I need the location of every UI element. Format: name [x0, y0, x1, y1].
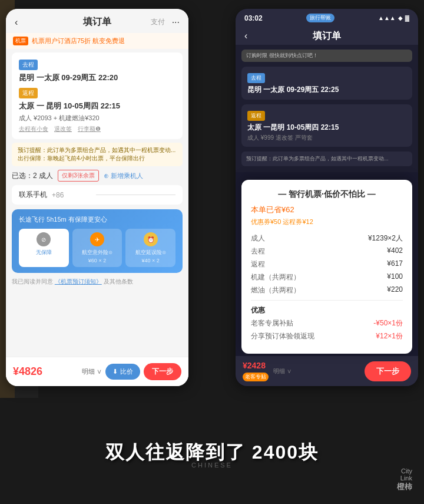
page-title: 填订单: [83, 16, 111, 28]
signal-icon: ▲▲▲: [378, 15, 396, 21]
battery-icon: ▓: [405, 15, 409, 21]
flight-options: 去程有小食 退改签 行李额❶: [19, 125, 175, 133]
citylink-brand: CityLink: [397, 467, 412, 482]
promo-label-laobu: 老客专属补贴: [251, 318, 293, 328]
travel-badge: 旅行帮账: [306, 14, 334, 22]
header-subtitle: 支付: [151, 17, 165, 27]
accident-icon: ✈: [90, 232, 104, 246]
left-header: ‹ 填订单 支付 ···: [6, 9, 188, 33]
right-return-tag: 返程: [247, 111, 265, 121]
right-outbound-tag: 去程: [247, 73, 265, 83]
promo-banner: 机票 机票用户订酒店75折 航变免费退: [6, 33, 188, 49]
right-promo-banner: 订购时限 很快就到/快点订吧！: [241, 50, 412, 62]
compare-button[interactable]: ⬇ 比价: [105, 364, 140, 380]
agree-section: 我已阅读并同意 《机票预订须知》 及其他条数: [12, 278, 183, 286]
promo-label-share: 分享预订体验领返现: [251, 331, 314, 341]
outbound-route: 昆明 一太原 09-29周五 22:20: [19, 73, 175, 83]
accident-label: 航空意外险⊙: [77, 249, 118, 256]
contact-label: 联系手机: [19, 190, 47, 200]
insurance-section: 长途飞行 5h15m 有保障更安心 ⊘ 无保障 ✈ 航空意外险⊙ ¥60 × 2…: [12, 209, 183, 273]
price-divider: [251, 300, 403, 301]
option-meal[interactable]: 去程有小食: [19, 125, 48, 133]
return-route: 太原 一 昆明 10-05周四 22:15: [19, 101, 175, 111]
status-time: 03:02: [244, 14, 263, 22]
option-baggage[interactable]: 行李额❶: [78, 125, 101, 133]
insurance-delay[interactable]: ⏰ 航空延误险⊙ ¥40 × 2: [125, 229, 175, 267]
left-phone-panel: ‹ 填订单 支付 ··· 机票 机票用户订酒店75折 航变免费退 去程 昆明 一…: [6, 9, 188, 386]
right-nav: ‹ 填订单: [236, 27, 418, 45]
compare-label: 比价: [120, 367, 133, 376]
price-popup: — 智行机票·低价不怕比 — 本单已省¥62 优惠券¥50 运程券¥12 成人 …: [241, 180, 412, 354]
add-passenger-button[interactable]: ⊕ 新增乘机人: [104, 172, 143, 180]
phone-prefix[interactable]: +86: [52, 191, 91, 199]
flight-price: 成人 ¥2093 + 机建燃油¥320: [19, 114, 175, 123]
price-value-adult: ¥1239×2人: [368, 233, 403, 243]
phone-input[interactable]: [96, 195, 175, 195]
right-return-card: 返程 太原 一昆明 10-05周四 22:15 成人 ¥999 退改签 严苛套: [241, 104, 412, 147]
no-insurance-label: 无保障: [24, 249, 64, 256]
warning-line2: 出行保障：靠晚起飞前4小时出票，平台保障出行: [18, 154, 177, 163]
warning-line1: 预订提醒：此订单为多票组合产品，如遇其中一程机票变动...: [18, 146, 177, 154]
selected-section: 已选：2 成人 仅剩3张余票 ⊕ 新增乘机人: [12, 170, 183, 182]
status-bar: 03:02 旅行帮账 ▲▲▲ ◆ ▓: [236, 9, 418, 27]
price-row-jijian: 机建（共两程） ¥100: [251, 272, 403, 282]
compare-icon: ⬇: [112, 368, 118, 375]
right-footer: ¥2428 老客专贴 明细 ∨ 下一步: [236, 356, 418, 386]
insurance-options: ⊘ 无保障 ✈ 航空意外险⊙ ¥60 × 2 ⏰ 航空延误险⊙ ¥40 × 2: [19, 229, 175, 267]
option-change[interactable]: 退改签: [54, 125, 72, 133]
right-sub-info: 成人 ¥999 退改签 严苛套: [247, 134, 406, 142]
price-value-jijian: ¥100: [387, 272, 403, 282]
return-tag-wrapper: 返程 太原 一 昆明 10-05周四 22:15: [19, 87, 175, 111]
outbound-tag: 去程: [19, 60, 38, 70]
price-row-adult: 成人 ¥1239×2人: [251, 233, 403, 243]
agree-text2: 及其他条数: [104, 278, 133, 285]
price-label-out: 去程: [251, 246, 265, 256]
return-tag: 返程: [19, 88, 38, 98]
footer-mid-label: 明细 ∨: [82, 367, 102, 376]
delay-icon: ⏰: [144, 232, 158, 246]
promo-value-laobu: -¥50×1份: [373, 318, 403, 328]
detail-dropdown[interactable]: 明细 ∨: [273, 367, 360, 375]
status-icons: ▲▲▲ ◆ ▓: [378, 15, 409, 21]
insurance-none[interactable]: ⊘ 无保障: [19, 229, 69, 267]
right-warning: 预订提醒：此订单为多票组合产品，如遇其中一程机票变动...: [241, 151, 412, 166]
price-row-ret: 返程 ¥617: [251, 259, 403, 269]
flight-section: 去程 昆明 一太原 09-29周五 22:20 返程 太原 一 昆明 10-05…: [12, 52, 183, 139]
delay-price: ¥40 × 2: [130, 258, 171, 263]
selected-label: 已选：2 成人: [12, 171, 53, 181]
more-icon[interactable]: ···: [172, 17, 180, 28]
promo-badge: 机票: [13, 37, 28, 45]
right-phone-panel: 03:02 旅行帮账 ▲▲▲ ◆ ▓ ‹ 填订单 订购时限 很快就到/快点订吧！…: [236, 9, 418, 386]
promo-text: 机票用户订酒店75折 航变免费退: [32, 37, 125, 45]
right-next-button[interactable]: 下一步: [365, 361, 411, 381]
agree-link[interactable]: 《机票预订须知》: [55, 278, 102, 285]
price-label-fuel: 燃油（共两程）: [251, 285, 300, 295]
accident-price: ¥60 × 2: [77, 258, 118, 263]
seat-badge[interactable]: 仅剩3张余票: [58, 170, 99, 182]
price-value-out: ¥402: [387, 246, 403, 256]
wifi-icon: ◆: [398, 15, 403, 21]
right-outbound-route: 昆明 一太原 09-29周五 22:25: [247, 85, 406, 95]
price-value-fuel: ¥220: [387, 285, 403, 295]
savings-label: 本单已省¥62: [251, 205, 403, 215]
bottom-caption-area: 双人往返降到了 2400块: [0, 401, 424, 504]
price-label-adult: 成人: [251, 233, 265, 243]
next-button[interactable]: 下一步: [144, 363, 181, 380]
right-total-wrapper: ¥2428 老客专贴: [243, 361, 269, 381]
savings-detail: 优惠券¥50 运程券¥12: [251, 218, 403, 226]
right-back-icon[interactable]: ‹: [244, 31, 247, 41]
chinese-brand: 橙柿: [397, 482, 412, 492]
total-price: ¥4826: [13, 365, 42, 378]
back-icon[interactable]: ‹: [15, 17, 18, 28]
insurance-accident[interactable]: ✈ 航空意外险⊙ ¥60 × 2: [72, 229, 122, 267]
outbound-tag-wrapper: 去程 昆明 一太原 09-29周五 22:20: [19, 58, 175, 83]
delay-label: 航空延误险⊙: [130, 249, 171, 256]
price-label-ret: 返程: [251, 259, 265, 269]
right-outbound-card: 去程 昆明 一太原 09-29周五 22:25: [241, 67, 412, 100]
popup-title: — 智行机票·低价不怕比 —: [251, 189, 403, 200]
right-return-route: 太原 一昆明 10-05周四 22:15: [247, 123, 406, 133]
watermark-chinese: CHINESE: [191, 462, 233, 469]
no-insurance-icon: ⊘: [37, 232, 51, 246]
price-label-jijian: 机建（共两程）: [251, 272, 300, 282]
price-row-out: 去程 ¥402: [251, 246, 403, 256]
